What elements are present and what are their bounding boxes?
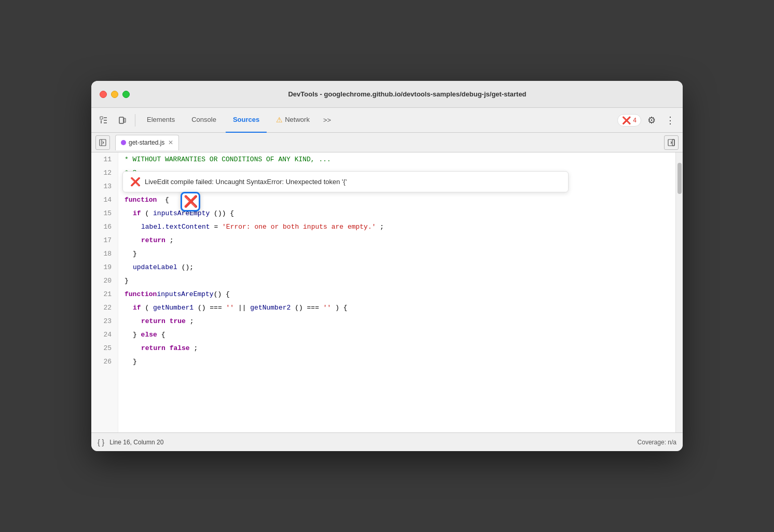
devtools-toolbar: Elements Console Sources ⚠ Network >> ❌ …: [91, 108, 683, 133]
code-line-11: * WITHOUT WARRANTIES OR CONDITIONS OF AN…: [118, 152, 675, 166]
svg-rect-1: [119, 117, 123, 123]
toolbar-separator: [135, 114, 135, 127]
file-tab-close-button[interactable]: ✕: [168, 139, 173, 146]
svg-rect-7: [668, 139, 674, 146]
line-num-24: 24: [91, 328, 118, 341]
tab-network[interactable]: ⚠ Network: [269, 108, 317, 133]
inspect-element-button[interactable]: [95, 112, 112, 129]
line-num-16: 16: [91, 220, 118, 233]
device-toolbar-button[interactable]: [114, 112, 131, 129]
error-marker-icon: ❌: [184, 195, 198, 209]
traffic-lights: [100, 91, 130, 98]
code-line-23: return true ;: [118, 314, 675, 328]
code-area: ❌ LiveEdit compile failed: Uncaught Synt…: [91, 152, 683, 432]
sidebar-toggle-button[interactable]: [95, 135, 110, 150]
more-tabs-button[interactable]: >>: [319, 114, 335, 126]
code-line-24: } else {: [118, 328, 675, 341]
line-num-11: 11: [91, 152, 118, 166]
line-num-15: 15: [91, 206, 118, 220]
code-line-15: if ( inputsAreEmpty ()) {: [118, 206, 675, 220]
js-file-icon: [121, 140, 126, 145]
title-bar: DevTools - googlechrome.github.io/devtoo…: [91, 81, 683, 108]
maximize-button[interactable]: [122, 91, 130, 98]
tab-elements[interactable]: Elements: [140, 108, 182, 133]
line-num-19: 19: [91, 260, 118, 274]
svg-rect-8: [672, 139, 674, 146]
file-tab-get-started[interactable]: get-started.js ✕: [115, 135, 179, 150]
error-tooltip: ❌ LiveEdit compile failed: Uncaught Synt…: [122, 171, 569, 192]
code-line-17: return ;: [118, 233, 675, 247]
file-tab-name: get-started.js: [129, 139, 164, 146]
code-line-16: label.textContent = 'Error: one or both …: [118, 220, 675, 233]
code-line-20: }: [118, 274, 675, 287]
line-num-17: 17: [91, 233, 118, 247]
code-line-14: function { ❌: [118, 193, 675, 206]
warning-icon: ⚠: [276, 116, 283, 124]
line-num-21: 21: [91, 287, 118, 301]
svg-rect-3: [100, 139, 106, 146]
code-lines: * WITHOUT WARRANTIES OR CONDITIONS OF AN…: [118, 152, 675, 432]
line-num-12: 12: [91, 166, 118, 179]
line-numbers: 11 12 13 14 15 16 17 18 19 20 21 22 23 2…: [91, 152, 118, 432]
svg-rect-0: [100, 117, 103, 119]
devtools-window: DevTools - googlechrome.github.io/devtoo…: [91, 81, 683, 451]
error-badge[interactable]: ❌ 4: [617, 114, 641, 127]
cursor-position: Line 16, Column 20: [109, 439, 637, 446]
scrollbar-thumb[interactable]: [678, 163, 682, 194]
line-num-20: 20: [91, 274, 118, 287]
window-title: DevTools - googlechrome.github.io/devtoo…: [140, 90, 674, 98]
svg-line-6: [103, 143, 104, 144]
line-num-26: 26: [91, 355, 118, 368]
error-badge-icon: ❌: [622, 116, 631, 124]
code-line-22: if ( getNumber1 () === '' || getNumber2 …: [118, 301, 675, 314]
error-marker[interactable]: ❌: [181, 192, 200, 212]
line-num-13: 13: [91, 179, 118, 193]
error-count: 4: [633, 117, 637, 124]
line-num-14: 14: [91, 193, 118, 206]
tab-console[interactable]: Console: [184, 108, 224, 133]
code-line-26: }: [118, 355, 675, 368]
vertical-scrollbar[interactable]: [675, 152, 683, 432]
pretty-print-button[interactable]: { }: [98, 438, 104, 446]
error-tooltip-icon: ❌: [130, 177, 141, 187]
coverage-status: Coverage: n/a: [638, 439, 676, 446]
line-num-25: 25: [91, 341, 118, 355]
more-options-button[interactable]: ⋮: [662, 112, 679, 129]
line-num-22: 22: [91, 301, 118, 314]
code-content: 11 12 13 14 15 16 17 18 19 20 21 22 23 2…: [91, 152, 683, 432]
settings-button[interactable]: ⚙: [643, 112, 660, 129]
code-line-19: updateLabel ();: [118, 260, 675, 274]
minimize-button[interactable]: [111, 91, 118, 98]
error-tooltip-text: LiveEdit compile failed: Uncaught Syntax…: [145, 178, 347, 186]
line-num-18: 18: [91, 247, 118, 260]
file-tabs-bar: get-started.js ✕: [91, 133, 683, 152]
tab-sources[interactable]: Sources: [226, 108, 267, 133]
code-line-18: }: [118, 247, 675, 260]
svg-line-10: [671, 143, 672, 144]
line-num-23: 23: [91, 314, 118, 328]
code-line-25: return false ;: [118, 341, 675, 355]
panel-collapse-button[interactable]: [664, 135, 679, 150]
close-button[interactable]: [100, 91, 107, 98]
code-line-21: function inputsAreEmpty () {: [118, 287, 675, 301]
svg-rect-2: [124, 118, 126, 122]
status-bar: { } Line 16, Column 20 Coverage: n/a: [91, 432, 683, 451]
